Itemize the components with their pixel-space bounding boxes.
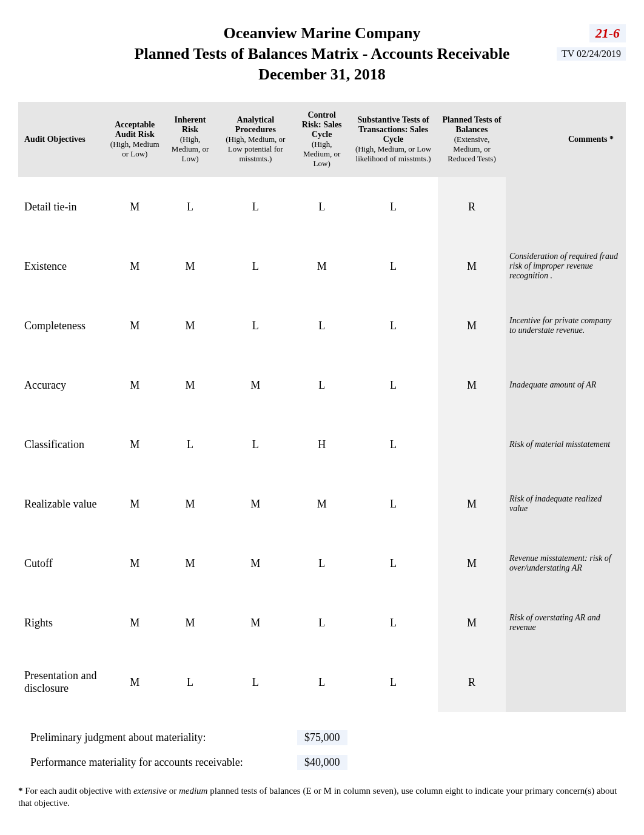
- cell-cr: M: [295, 474, 349, 534]
- cell-ir: M: [164, 236, 216, 296]
- cell-objective: Existence: [18, 236, 106, 296]
- cell-aar: M: [106, 593, 164, 652]
- cell-ir: M: [164, 296, 216, 355]
- cell-ir: M: [164, 474, 216, 534]
- cell-objective: Presentation and disclosure: [18, 652, 106, 712]
- cell-ir: M: [164, 534, 216, 593]
- cell-aar: M: [106, 415, 164, 474]
- workpaper-reference: 21-6: [589, 24, 626, 42]
- cell-cr: L: [295, 593, 349, 652]
- cell-comment: Risk of material misstatement: [506, 415, 626, 474]
- cell-aar: M: [106, 355, 164, 415]
- cell-aar: M: [106, 652, 164, 712]
- table-row: Classification M L L H L Risk of materia…: [18, 415, 626, 474]
- cell-aar: M: [106, 534, 164, 593]
- cell-ir: L: [164, 652, 216, 712]
- cell-ap: M: [216, 593, 295, 652]
- cell-ap: L: [216, 236, 295, 296]
- cell-stt: L: [349, 296, 438, 355]
- table-row: Rights M M M L L M Risk of overstating A…: [18, 593, 626, 652]
- cell-comment: Incentive for private company to underst…: [506, 296, 626, 355]
- title-block: Oceanview Marine Company Planned Tests o…: [109, 24, 535, 84]
- table-row: Realizable value M M M M L M Risk of ina…: [18, 474, 626, 534]
- document-subtitle: Planned Tests of Balances Matrix - Accou…: [109, 45, 535, 63]
- footnote-star: *: [18, 786, 23, 796]
- cell-stt: L: [349, 355, 438, 415]
- cell-objective: Cutoff: [18, 534, 106, 593]
- performance-materiality-label: Performance materiality for accounts rec…: [18, 756, 297, 769]
- cell-ptb: [438, 415, 506, 474]
- balances-matrix-table: Audit Objectives Acceptable Audit Risk (…: [18, 102, 626, 712]
- cell-cr: L: [295, 296, 349, 355]
- cell-ir: M: [164, 355, 216, 415]
- cell-ap: L: [216, 296, 295, 355]
- col-header-planned-tests: Planned Tests of Balances (Extensive, Me…: [438, 102, 506, 177]
- cell-ptb: M: [438, 474, 506, 534]
- col-sub: (Extensive, Medium, or Reduced Tests): [441, 135, 502, 164]
- cell-objective: Completeness: [18, 296, 106, 355]
- col-sub: (High, Medium, or Low): [298, 139, 345, 169]
- cell-stt: L: [349, 652, 438, 712]
- cell-comment: [506, 177, 626, 236]
- col-title: Analytical Procedures: [220, 115, 291, 135]
- cell-stt: L: [349, 474, 438, 534]
- cell-ap: L: [216, 415, 295, 474]
- cell-cr: L: [295, 652, 349, 712]
- table-row: Completeness M M L L L M Incentive for p…: [18, 296, 626, 355]
- cell-aar: M: [106, 474, 164, 534]
- cell-cr: L: [295, 534, 349, 593]
- company-name: Oceanview Marine Company: [109, 24, 535, 42]
- cell-objective: Accuracy: [18, 355, 106, 415]
- cell-stt: L: [349, 177, 438, 236]
- preparer-initials-date: TV 02/24/2019: [557, 47, 626, 61]
- col-header-substantive-tests: Substantive Tests of Transactions: Sales…: [349, 102, 438, 177]
- performance-materiality-value: $40,000: [297, 755, 347, 770]
- cell-objective: Rights: [18, 593, 106, 652]
- col-title: Audit Objectives: [24, 135, 102, 144]
- cell-ptb: M: [438, 296, 506, 355]
- col-title: Planned Tests of Balances: [441, 115, 502, 135]
- col-title: Substantive Tests of Transactions: Sales…: [352, 115, 434, 144]
- reference-box: 21-6 TV 02/24/2019: [535, 24, 626, 61]
- cell-ap: M: [216, 534, 295, 593]
- cell-objective: Classification: [18, 415, 106, 474]
- cell-cr: L: [295, 355, 349, 415]
- col-title: Acceptable Audit Risk: [109, 120, 161, 139]
- col-header-control-risk: Control Risk: Sales Cycle (High, Medium,…: [295, 102, 349, 177]
- cell-cr: M: [295, 236, 349, 296]
- cell-ir: L: [164, 415, 216, 474]
- table-header-row: Audit Objectives Acceptable Audit Risk (…: [18, 102, 626, 177]
- cell-ptb: M: [438, 593, 506, 652]
- cell-aar: M: [106, 236, 164, 296]
- cell-aar: M: [106, 296, 164, 355]
- cell-cr: H: [295, 415, 349, 474]
- cell-stt: L: [349, 534, 438, 593]
- footnote: * For each audit objective with extensiv…: [18, 785, 626, 810]
- cell-objective: Detail tie-in: [18, 177, 106, 236]
- cell-comment: Risk of inadequate realized value: [506, 474, 626, 534]
- cell-ptb: M: [438, 236, 506, 296]
- performance-materiality-row: Performance materiality for accounts rec…: [18, 755, 626, 770]
- footnote-em: medium: [179, 786, 208, 796]
- col-sub: (High, Medium, or Low potential for miss…: [220, 135, 291, 164]
- cell-stt: L: [349, 415, 438, 474]
- col-title: Inherent Risk: [168, 115, 213, 135]
- cell-ptb: M: [438, 355, 506, 415]
- cell-ir: M: [164, 593, 216, 652]
- cell-comment: Revenue misstatement: risk of over/under…: [506, 534, 626, 593]
- table-row: Accuracy M M M L L M Inadequate amount o…: [18, 355, 626, 415]
- table-row: Cutoff M M M L L M Revenue misstatement:…: [18, 534, 626, 593]
- col-header-inherent-risk: Inherent Risk (High, Medium, or Low): [164, 102, 216, 177]
- col-sub: (High, Medium, or Low likelihood of miss…: [352, 144, 434, 164]
- cell-cr: L: [295, 177, 349, 236]
- page-header: Oceanview Marine Company Planned Tests o…: [18, 24, 626, 84]
- preliminary-materiality-value: $75,000: [297, 730, 347, 745]
- document-date: December 31, 2018: [109, 65, 535, 84]
- col-header-analytical-procedures: Analytical Procedures (High, Medium, or …: [216, 102, 295, 177]
- footnote-em: extensive: [133, 786, 167, 796]
- cell-ap: L: [216, 652, 295, 712]
- cell-stt: L: [349, 236, 438, 296]
- footnote-text: or: [167, 786, 179, 796]
- col-header-audit-objectives: Audit Objectives: [18, 102, 106, 177]
- preliminary-materiality-row: Preliminary judgment about materiality: …: [18, 730, 626, 745]
